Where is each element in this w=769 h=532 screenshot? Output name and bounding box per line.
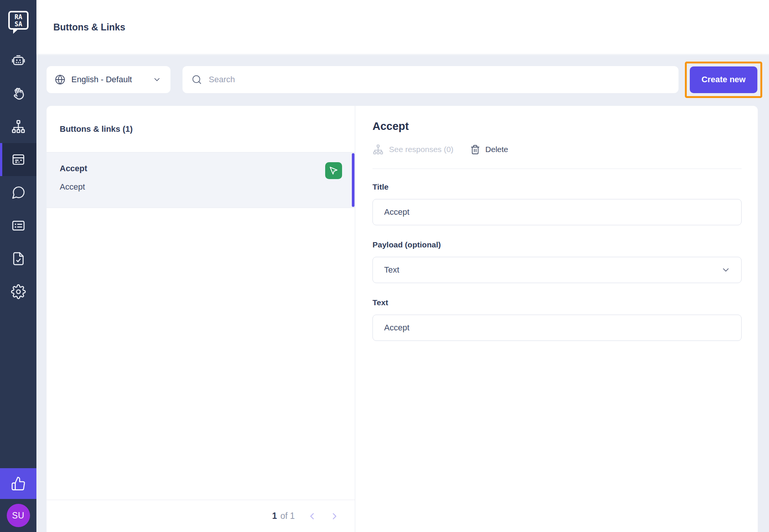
chevron-left-icon — [307, 511, 317, 521]
language-selector[interactable]: English - Default — [47, 66, 170, 93]
list-item-title: Accept — [60, 164, 355, 173]
pagination-of: of 1 — [280, 511, 295, 521]
rasa-logo-icon: RA SA — [8, 11, 29, 34]
sidebar-item-bot[interactable] — [0, 44, 36, 77]
trash-icon — [470, 145, 480, 155]
gear-icon — [11, 284, 26, 299]
title-field-input[interactable] — [372, 199, 742, 225]
cards-icon — [11, 152, 26, 167]
create-new-button[interactable]: Create new — [690, 66, 757, 93]
search-box — [182, 66, 679, 93]
button-type-badge — [325, 162, 342, 179]
detail-panel: Accept See responses (0) — [355, 106, 758, 532]
document-check-icon — [11, 251, 26, 266]
detail-divider — [372, 169, 742, 169]
svg-text:RA: RA — [14, 13, 22, 21]
sidebar-item-flows[interactable] — [0, 110, 36, 143]
detail-title: Accept — [372, 120, 742, 133]
selected-item-indicator — [352, 153, 354, 207]
robot-icon — [11, 53, 26, 68]
mouse-pointer-icon — [329, 166, 339, 176]
text-field-label: Text — [372, 298, 742, 307]
pagination: 1 of 1 — [47, 500, 355, 532]
see-responses-label: See responses (0) — [389, 145, 454, 154]
see-responses-button[interactable]: See responses (0) — [372, 144, 454, 155]
rasa-logo[interactable]: RA SA — [0, 0, 36, 44]
page-title: Buttons & Links — [53, 22, 125, 33]
list-icon — [11, 218, 26, 233]
chevron-right-icon — [329, 511, 340, 521]
list-panel-header: Buttons & links (1) — [47, 106, 355, 152]
avatar[interactable]: SU — [7, 504, 30, 527]
sitemap-icon — [372, 144, 384, 155]
pagination-prev-button[interactable] — [307, 511, 317, 521]
list-panel-title: Buttons & links (1) — [60, 124, 133, 134]
pagination-current: 1 — [272, 511, 277, 521]
sidebar-item-review[interactable] — [0, 242, 36, 275]
create-new-highlight: Create new — [685, 62, 762, 98]
hand-wave-icon — [11, 86, 26, 101]
chat-bubble-icon — [11, 185, 26, 200]
list-spacer — [47, 208, 355, 500]
search-input[interactable] — [209, 75, 669, 84]
sidebar-item-conversations[interactable] — [0, 176, 36, 209]
delete-button[interactable]: Delete — [470, 145, 508, 155]
chevron-down-icon — [721, 265, 731, 275]
avatar-wrap: SU — [0, 499, 36, 532]
sidebar-item-nlu[interactable] — [0, 209, 36, 242]
globe-icon — [55, 74, 65, 85]
page-header: Buttons & Links — [36, 0, 769, 54]
sidebar: RA SA — [0, 0, 36, 532]
pagination-next-button[interactable] — [329, 511, 340, 521]
toolbar: English - Default Create new — [47, 66, 762, 93]
list-panel: Buttons & links (1) Accept Accept 1 of 1 — [47, 106, 355, 532]
search-icon — [191, 74, 202, 85]
thumbs-up-icon — [11, 476, 26, 491]
payload-type-value: Text — [384, 265, 399, 275]
sidebar-spacer — [0, 308, 36, 468]
language-selector-value: English - Default — [71, 75, 132, 84]
sidebar-item-settings[interactable] — [0, 275, 36, 308]
payload-field-label: Payload (optional) — [372, 240, 742, 249]
sitemap-icon — [11, 119, 26, 134]
sidebar-item-buttons-links[interactable] — [0, 143, 36, 176]
sidebar-item-hand[interactable] — [0, 77, 36, 110]
list-item-subtitle: Accept — [60, 182, 355, 192]
delete-label: Delete — [486, 145, 508, 154]
chevron-down-icon — [152, 75, 161, 84]
panels: Buttons & links (1) Accept Accept 1 of 1 — [47, 106, 758, 532]
list-item[interactable]: Accept Accept — [47, 152, 355, 208]
feedback-button[interactable] — [0, 468, 36, 499]
title-field-label: Title — [372, 182, 742, 191]
payload-type-select[interactable]: Text — [372, 257, 742, 283]
svg-text:SA: SA — [14, 20, 22, 28]
text-field-input[interactable] — [372, 315, 742, 341]
detail-actions: See responses (0) Delete — [372, 144, 742, 155]
avatar-initials: SU — [12, 511, 24, 521]
content: English - Default Create new Buttons & l… — [36, 55, 769, 532]
